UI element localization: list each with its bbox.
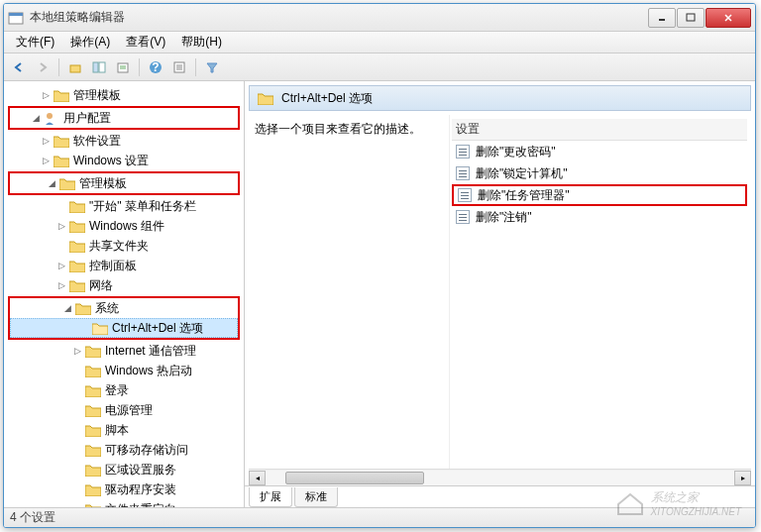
settings-header[interactable]: 设置: [452, 119, 747, 141]
expand-icon[interactable]: ▷: [40, 135, 52, 147]
expand-icon[interactable]: ▷: [40, 155, 52, 166]
tree-windows-components[interactable]: ▷Windows 组件: [4, 216, 244, 236]
policy-icon: [456, 166, 470, 180]
setting-change-password[interactable]: 删除"更改密码": [452, 141, 747, 162]
tree-control-panel[interactable]: ▷控制面板: [4, 256, 244, 275]
separator: [195, 58, 196, 76]
status-text: 4 个设置: [10, 509, 55, 526]
separator: [58, 58, 59, 76]
menu-action[interactable]: 操作(A): [62, 32, 118, 53]
window-controls: [648, 8, 751, 28]
details-title: Ctrl+Alt+Del 选项: [281, 90, 373, 107]
folder-icon: [69, 220, 85, 233]
setting-logoff[interactable]: 删除"注销": [452, 206, 747, 228]
policy-icon: [456, 145, 470, 159]
tree-removable-storage[interactable]: 可移动存储访问: [4, 440, 244, 460]
tree-scripts[interactable]: 脚本: [4, 420, 244, 440]
maximize-button[interactable]: [677, 8, 705, 28]
properties-button[interactable]: [168, 56, 190, 78]
tree-driver-install[interactable]: 驱动程序安装: [4, 479, 244, 499]
expand-icon[interactable]: ▷: [55, 279, 67, 291]
tree-ctrl-alt-del[interactable]: Ctrl+Alt+Del 选项: [10, 318, 238, 338]
tree-network[interactable]: ▷网络: [4, 275, 244, 295]
tab-standard[interactable]: 标准: [294, 487, 338, 507]
tree-locale-services[interactable]: 区域设置服务: [4, 460, 244, 479]
settings-column: 设置 删除"更改密码" 删除"锁定计算机" 删除"任务管理器" 删除"注销": [449, 115, 749, 469]
tree-windows-hotstart[interactable]: Windows 热启动: [4, 361, 244, 380]
tree-software-settings[interactable]: ▷软件设置: [4, 131, 244, 151]
svg-rect-6: [70, 65, 80, 72]
folder-icon: [69, 240, 85, 253]
folder-icon: [69, 200, 85, 213]
menu-view[interactable]: 查看(V): [118, 32, 173, 53]
help-button[interactable]: ?: [145, 56, 166, 78]
close-button[interactable]: [706, 8, 751, 28]
tree-admin-templates-2[interactable]: ◢管理模板: [10, 173, 238, 193]
folder-icon: [85, 345, 101, 358]
folder-icon: [85, 444, 101, 457]
tree-system[interactable]: ◢系统: [10, 298, 238, 318]
setting-lock-computer[interactable]: 删除"锁定计算机": [452, 162, 747, 184]
folder-icon: [85, 384, 101, 397]
tree-user-config[interactable]: ◢用户配置: [10, 108, 238, 128]
horizontal-scrollbar[interactable]: ◂ ▸: [249, 469, 751, 485]
expand-icon[interactable]: ▷: [55, 220, 67, 232]
back-button[interactable]: [8, 56, 30, 78]
details-pane: Ctrl+Alt+Del 选项 选择一个项目来查看它的描述。 设置 删除"更改密…: [245, 81, 755, 507]
up-button[interactable]: [64, 56, 86, 78]
expand-icon[interactable]: ▷: [40, 89, 52, 101]
tree-folder-redirect[interactable]: 文件夹重定向: [4, 499, 244, 507]
app-icon: [8, 10, 24, 26]
minimize-button[interactable]: [648, 8, 676, 28]
tree-pane[interactable]: ▷管理模板 ◢用户配置 ▷软件设置 ▷Windows 设置 ◢管理模板 "开始"…: [4, 81, 245, 507]
show-hide-button[interactable]: [88, 56, 110, 78]
scroll-right-button[interactable]: ▸: [734, 471, 751, 485]
setting-task-manager[interactable]: 删除"任务管理器": [452, 184, 747, 206]
tree-logon[interactable]: 登录: [4, 380, 244, 400]
gpedit-window: 本地组策略编辑器 文件(F) 操作(A) 查看(V) 帮助(H) ? ▷管理模板…: [3, 3, 756, 528]
details-header: Ctrl+Alt+Del 选项: [249, 85, 751, 111]
folder-icon: [85, 424, 101, 437]
tree-shared-folders[interactable]: 共享文件夹: [4, 236, 244, 256]
collapse-icon[interactable]: ◢: [61, 302, 73, 314]
collapse-icon[interactable]: ◢: [46, 177, 57, 189]
folder-icon: [258, 92, 273, 105]
forward-button[interactable]: [32, 56, 54, 78]
description-text: 选择一个项目来查看它的描述。: [255, 121, 445, 138]
folder-icon: [54, 89, 69, 102]
expand-icon[interactable]: ▷: [55, 260, 67, 271]
description-column: 选择一个项目来查看它的描述。: [251, 115, 449, 469]
titlebar: 本地组策略编辑器: [4, 4, 755, 32]
folder-icon: [59, 177, 75, 190]
scroll-thumb[interactable]: [285, 472, 424, 484]
folder-icon: [85, 483, 101, 496]
scroll-left-button[interactable]: ◂: [249, 471, 266, 485]
tree-admin-templates[interactable]: ▷管理模板: [4, 85, 244, 105]
folder-icon: [54, 135, 69, 148]
menu-file[interactable]: 文件(F): [8, 32, 62, 53]
separator: [139, 58, 140, 76]
policy-icon: [456, 210, 470, 224]
svg-rect-3: [687, 14, 695, 21]
tree-windows-settings[interactable]: ▷Windows 设置: [4, 151, 244, 170]
folder-icon: [54, 155, 69, 167]
view-tabs: 扩展 标准: [245, 485, 755, 507]
folder-icon: [85, 464, 101, 477]
export-button[interactable]: [112, 56, 134, 78]
toolbar: ?: [4, 53, 755, 81]
menubar: 文件(F) 操作(A) 查看(V) 帮助(H): [4, 32, 755, 53]
svg-rect-7: [93, 62, 98, 72]
tree-internet-mgmt[interactable]: ▷Internet 通信管理: [4, 341, 244, 361]
tree-start-taskbar[interactable]: "开始" 菜单和任务栏: [4, 196, 244, 216]
tab-extended[interactable]: 扩展: [249, 487, 292, 507]
tree-power-mgmt[interactable]: 电源管理: [4, 400, 244, 420]
filter-button[interactable]: [201, 56, 223, 78]
folder-icon: [85, 503, 101, 508]
window-title: 本地组策略编辑器: [30, 9, 648, 26]
collapse-icon[interactable]: ◢: [30, 112, 42, 124]
statusbar: 4 个设置: [4, 507, 755, 527]
scroll-track[interactable]: [266, 471, 734, 485]
svg-text:?: ?: [152, 60, 159, 74]
expand-icon[interactable]: ▷: [71, 345, 83, 357]
menu-help[interactable]: 帮助(H): [173, 32, 230, 53]
